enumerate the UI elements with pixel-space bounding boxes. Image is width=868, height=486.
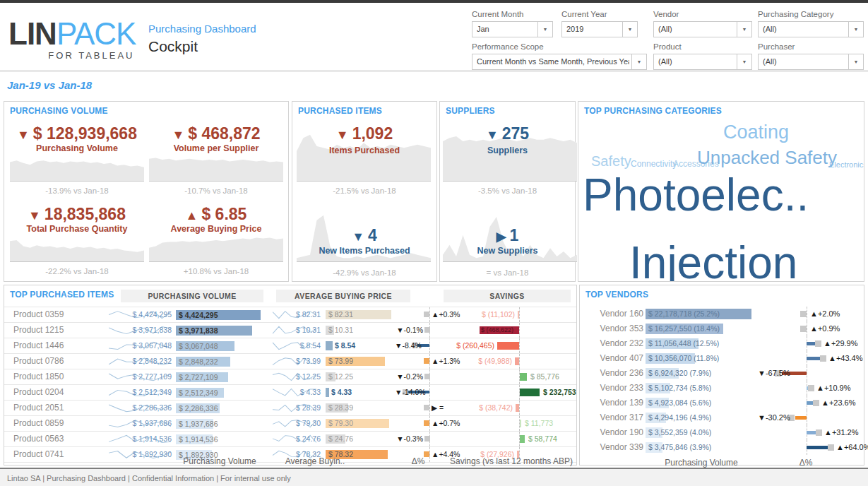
vendor-bar-cell: $ 22,178,718 (25.2%) <box>646 307 757 321</box>
savings-label: $ 58,774 <box>528 432 557 446</box>
performance-scope-dropdown[interactable]: Current Month vs Same Month, Previous Ye… <box>472 54 647 70</box>
table-row[interactable]: Vendor 232 $ 11,056,448 (12.5%) ▲+29.9% <box>580 336 864 351</box>
logo-tagline: FOR TABLEAU <box>8 51 136 60</box>
title-block: Purchasing Dashboard Cockpit <box>148 23 256 55</box>
table-row[interactable]: Product 1850 $ 2,727,109 $ 2,727,109 $ 1… <box>4 369 576 385</box>
purchaser-dropdown[interactable]: (All) ▼ <box>758 54 864 70</box>
category-word[interactable]: Unpacked Safety <box>697 148 837 167</box>
window-top-strip <box>0 0 868 3</box>
vendor-volume-label: $ 10,356,070 (11.8%) <box>648 353 719 364</box>
kpi-total-purchase-quantity[interactable]: ▼18,835,868Total Purchase Quantity-22.2%… <box>8 201 145 280</box>
kpi-new-suppliers[interactable]: ▶1New Suppliers= vs Jan-18 <box>441 201 573 280</box>
current-month-dropdown[interactable]: Jan ▼ <box>472 21 553 37</box>
category-word[interactable]: Connectivity <box>631 160 677 168</box>
abp-delta-cell: ▲+0.7% <box>395 416 455 431</box>
abp-bar-label: $ 24.76 <box>328 434 353 444</box>
delta-label: ▼-8.4% <box>395 338 414 353</box>
category-word[interactable]: Safety <box>591 154 631 168</box>
kpi-new-items-purchased[interactable]: ▼4New Items Purchased-42.9% vs Jan-18 <box>295 201 434 280</box>
delta-label: ▲+0.9% <box>810 321 840 336</box>
table-row[interactable]: Product 0204 $ 2,512,349 $ 2,512,349 $ 4… <box>4 385 576 401</box>
previous-value-marker <box>816 429 822 436</box>
abp-value: $ 12.25 <box>278 369 321 384</box>
reference-line <box>519 354 520 369</box>
axis-label-average-buying-price: Average Buyin.. <box>273 456 357 466</box>
table-row[interactable]: Vendor 353 $ 16,257,550 (18.4%) ▲+0.9% <box>580 321 864 336</box>
chevron-down-icon[interactable]: ▼ <box>737 54 751 69</box>
volume-value: $ 2,727,109 <box>121 369 172 384</box>
volume-bar-label: $ 3,971,838 <box>179 326 218 336</box>
category-word[interactable]: Injection <box>629 240 797 282</box>
savings-bar[interactable] <box>516 404 519 412</box>
savings-bar[interactable] <box>518 311 519 319</box>
savings-bar[interactable] <box>520 373 527 381</box>
table-row[interactable]: Product 0859 $ 1,937,686 $ 1,937,686 $ 7… <box>4 416 576 432</box>
chevron-down-icon[interactable]: ▼ <box>848 54 863 69</box>
savings-cell: $ (11,102) <box>456 307 576 322</box>
volume-bar-label: $ 1,914,536 <box>179 434 218 444</box>
dropdown-value: Jan <box>477 25 535 33</box>
table-row[interactable]: Product 0563 $ 1,914,536 $ 1,914,536 $ 2… <box>4 432 576 447</box>
kpi-volume-per-supplier[interactable]: ▼$ 468,872Volume per Supplier-10.7% vs J… <box>148 120 285 200</box>
reference-line <box>429 338 430 353</box>
kpi-suppliers[interactable]: ▼275Suppliers-3.5% vs Jan-18 <box>441 120 573 200</box>
savings-bar[interactable] <box>520 420 521 427</box>
table-row[interactable]: Vendor 407 $ 10,356,070 (11.8%) ▲+43.4% <box>580 351 864 366</box>
savings-bar[interactable] <box>515 357 519 365</box>
table-row[interactable]: Product 1215 $ 3,971,838 $ 3,971,838 $ 1… <box>4 323 576 338</box>
volume-value: $ 2,512,349 <box>121 385 172 400</box>
current-year-dropdown[interactable]: 2019 ▼ <box>561 21 638 37</box>
chevron-down-icon[interactable]: ▼ <box>537 22 552 37</box>
chevron-down-icon[interactable]: ▼ <box>848 22 863 37</box>
previous-value-marker <box>424 358 429 364</box>
abp-bar[interactable] <box>326 341 333 350</box>
vendor-dropdown[interactable]: (All) ▼ <box>653 21 752 37</box>
vendor-delta-cell: ▲+23.6% <box>758 396 862 410</box>
table-row[interactable]: Vendor 317 $ 4,294,196 (4.9%) ▼-30.2% <box>580 410 864 425</box>
kpi-items-purchased[interactable]: ▼1,092Items Purchased-21.5% vs Jan-18 <box>295 120 434 200</box>
delta-label: ▼-0.2% <box>395 369 423 384</box>
category-word[interactable]: Electronics <box>829 161 864 169</box>
abp-bar-cell: $ 12.25 <box>326 369 394 384</box>
delta-bar <box>807 446 831 449</box>
panel-purchased-items: PURCHASED ITEMS ▼1,092Items Purchased-21… <box>292 101 437 282</box>
delta-label: ▼-0.3% <box>395 432 423 446</box>
table-row[interactable]: Vendor 190 $ 3,552,359 (4.0%) ▲+31.2% <box>580 425 864 440</box>
table-row[interactable]: Vendor 160 $ 22,178,718 (25.2%) ▲+2.0% <box>580 307 864 321</box>
abp-bar-label: $ 10.31 <box>328 326 353 335</box>
volume-bar-cell: $ 2,512,349 <box>176 385 263 400</box>
product-dropdown[interactable]: (All) ▼ <box>653 54 752 70</box>
category-word[interactable]: Coating <box>723 123 789 142</box>
kpi-purchasing-volume[interactable]: ▼$ 128,939,668Purchasing Volume-13.9% vs… <box>8 120 145 200</box>
delta-label: ▲+29.9% <box>824 336 858 351</box>
savings-bar[interactable] <box>520 435 525 443</box>
chevron-down-icon[interactable]: ▼ <box>737 22 751 37</box>
volume-bar-cell: $ 3,971,838 <box>176 323 263 338</box>
abp-bar[interactable] <box>326 388 329 397</box>
savings-bar[interactable] <box>520 389 540 396</box>
savings-cell: $ (38,742) <box>456 401 576 415</box>
kpi-average-buying-price[interactable]: ▲$ 6.85Average Buying Price+10.8% vs Jan… <box>148 201 285 280</box>
volume-value: $ 1,914,536 <box>121 432 172 446</box>
vendor-name: Vendor 139 <box>598 396 643 410</box>
table-row[interactable]: Product 1446 $ 3,067,048 $ 3,067,048 $ 8… <box>4 338 576 354</box>
abp-bar-cell: $ 8.54 <box>326 338 394 353</box>
category-word[interactable]: Photoelec.. <box>583 172 809 218</box>
axis-label-delta: Δ% <box>792 458 820 468</box>
chevron-down-icon[interactable]: ▼ <box>622 22 637 37</box>
table-row[interactable]: Vendor 233 $ 5,102,734 (5.8%) ▲+10.9% <box>580 381 864 396</box>
table-row[interactable]: Vendor 339 $ 3,475,846 (3.9%) ▲+64.0% <box>580 440 864 455</box>
table-row[interactable]: Product 0359 $ 4,424,295 $ 4,424,295 $ 8… <box>4 307 576 323</box>
chevron-down-icon[interactable]: ▼ <box>631 54 646 69</box>
vendor-delta-cell: ▼-67.5% <box>758 366 862 381</box>
table-row[interactable]: Vendor 139 $ 4,923,084 (5.6%) ▲+23.6% <box>580 396 864 410</box>
table-row[interactable]: Vendor 236 $ 6,924,320 (7.9%) ▼-67.5% <box>580 366 864 381</box>
reference-line <box>429 401 430 415</box>
table-row[interactable]: Product 2051 $ 2,286,336 $ 2,286,336 $ 2… <box>4 401 576 416</box>
vendor-bar-cell: $ 4,294,196 (4.9%) <box>646 410 757 425</box>
savings-bar[interactable] <box>497 342 519 350</box>
savings-label: $ (49,988) <box>456 354 512 369</box>
savings-cell: $ 58,774 <box>456 432 576 446</box>
purchasing-category-dropdown[interactable]: (All) ▼ <box>758 21 864 37</box>
table-row[interactable]: Product 0786 $ 2,848,232 $ 2,848,232 $ 7… <box>4 354 576 369</box>
